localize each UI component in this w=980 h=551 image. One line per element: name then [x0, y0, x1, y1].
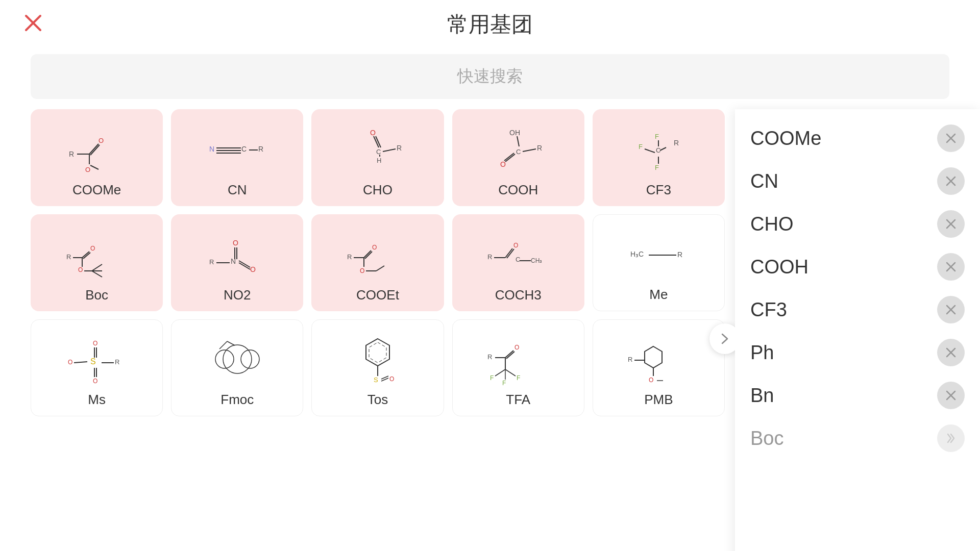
svg-text:C: C	[516, 148, 521, 156]
panel-ph-label: Ph	[750, 342, 774, 364]
svg-line-23	[383, 149, 396, 152]
panel-item-bn: Bn	[750, 377, 965, 414]
svg-point-93	[223, 345, 252, 373]
svg-text:F: F	[639, 143, 643, 151]
svg-text:F: F	[490, 374, 494, 382]
cooh-structure: OH C O R	[457, 119, 579, 178]
remove-coome-button[interactable]	[937, 124, 965, 152]
svg-line-50	[92, 264, 102, 271]
main-content: R O O COOMe	[0, 109, 980, 551]
panel-item-cho: CHO	[750, 205, 965, 243]
panel-item-coome: COOMe	[750, 119, 965, 157]
svg-text:R: R	[487, 253, 492, 261]
svg-text:O: O	[649, 377, 653, 384]
grid-item-cf3[interactable]: R C F F F CF3	[593, 109, 725, 206]
remove-cooh-button[interactable]	[937, 253, 965, 281]
svg-text:O: O	[389, 375, 394, 383]
svg-text:R: R	[537, 144, 542, 152]
panel-boc-label: Boc	[750, 428, 783, 449]
svg-text:O: O	[514, 344, 519, 351]
no2-structure: R N O O	[176, 224, 298, 283]
svg-line-26	[517, 136, 519, 146]
cooet-structure: R O O	[316, 224, 438, 283]
svg-line-29	[504, 153, 514, 161]
remove-ph-button[interactable]	[937, 339, 965, 366]
cooet-label: COOEt	[356, 287, 399, 303]
remove-cf3-button[interactable]	[937, 296, 965, 323]
fmoc-label: Fmoc	[220, 392, 254, 408]
page-title: 常用基团	[447, 10, 533, 39]
svg-text:F: F	[502, 380, 506, 387]
svg-text:R: R	[347, 253, 352, 261]
svg-text:R: R	[66, 253, 71, 261]
grid-item-fmoc[interactable]: Fmoc	[171, 319, 303, 416]
svg-line-96	[219, 341, 227, 349]
grid-item-cn[interactable]: N C R CN	[171, 109, 303, 206]
remove-boc-button[interactable]	[937, 424, 965, 452]
svg-text:R: R	[677, 251, 682, 259]
svg-line-97	[227, 341, 235, 345]
panel-cooh-label: COOH	[750, 256, 808, 278]
remove-cn-button[interactable]	[937, 167, 965, 195]
svg-line-52	[92, 271, 102, 277]
svg-text:O: O	[360, 267, 364, 274]
svg-text:F: F	[655, 164, 659, 171]
svg-text:C: C	[376, 148, 381, 156]
grid-item-no2[interactable]: R N O O NO2	[171, 214, 303, 311]
grid-item-cho[interactable]: O C H R CHO	[311, 109, 444, 206]
grid-item-pmb[interactable]: R O PMB	[593, 319, 725, 416]
svg-text:F: F	[517, 374, 520, 382]
cn-label: CN	[228, 182, 247, 198]
close-button[interactable]	[20, 10, 46, 36]
pmb-structure: R O	[598, 330, 719, 388]
svg-text:R: R	[69, 150, 74, 158]
panel-item-cf3: CF3	[750, 291, 965, 329]
remove-bn-button[interactable]	[937, 382, 965, 409]
coch3-label: COCH3	[495, 287, 542, 303]
panel-cf3-label: CF3	[750, 299, 787, 321]
svg-text:R: R	[674, 139, 679, 147]
remove-cho-button[interactable]	[937, 210, 965, 238]
header: 常用基团	[0, 0, 980, 49]
svg-line-31	[523, 149, 536, 152]
svg-text:O: O	[85, 166, 90, 173]
svg-line-28	[505, 154, 515, 162]
svg-marker-98	[366, 339, 389, 366]
grid-item-me[interactable]: H₃C R Me	[593, 214, 725, 311]
coome-structure: R O O	[36, 119, 158, 178]
grid-item-ms[interactable]: O S O O R	[31, 319, 163, 416]
grid-item-cooh[interactable]: OH C O R COOH	[452, 109, 584, 206]
me-label: Me	[649, 287, 668, 303]
grid-area: R O O COOMe	[0, 109, 735, 551]
grid-item-tos[interactable]: S O Tos	[311, 319, 444, 416]
grid-item-boc[interactable]: R O O	[31, 214, 163, 311]
grid-item-tfa[interactable]: R O F F F	[452, 319, 584, 416]
ms-structure: O S O O R	[36, 330, 157, 388]
functional-group-grid: R O O COOMe	[31, 109, 725, 416]
cf3-label: CF3	[646, 182, 671, 198]
tos-label: Tos	[368, 392, 388, 408]
svg-text:R: R	[209, 258, 214, 266]
svg-line-9	[90, 165, 99, 169]
fmoc-structure	[177, 330, 298, 388]
svg-text:O: O	[90, 245, 95, 252]
boc-structure: R O O	[36, 224, 158, 283]
svg-text:F: F	[655, 133, 659, 140]
svg-text:C: C	[656, 146, 660, 154]
panel-bn-label: Bn	[750, 385, 774, 407]
svg-text:O: O	[513, 242, 518, 249]
cho-label: CHO	[363, 182, 393, 198]
svg-text:C: C	[516, 256, 520, 263]
panel-cho-label: CHO	[750, 213, 793, 235]
cho-structure: O C H R	[316, 119, 438, 178]
search-bar[interactable]: 快速搜索	[31, 54, 949, 99]
grid-item-coch3[interactable]: R O C CH₃ COCH3	[452, 214, 584, 311]
grid-item-cooet[interactable]: R O O COOEt	[311, 214, 444, 311]
svg-text:H₃C: H₃C	[630, 250, 644, 258]
svg-text:S: S	[90, 357, 96, 366]
search-placeholder: 快速搜索	[457, 65, 523, 88]
grid-item-coome[interactable]: R O O COOMe	[31, 109, 163, 206]
svg-text:O: O	[99, 137, 104, 144]
svg-text:R: R	[397, 144, 402, 152]
svg-marker-99	[369, 342, 386, 363]
